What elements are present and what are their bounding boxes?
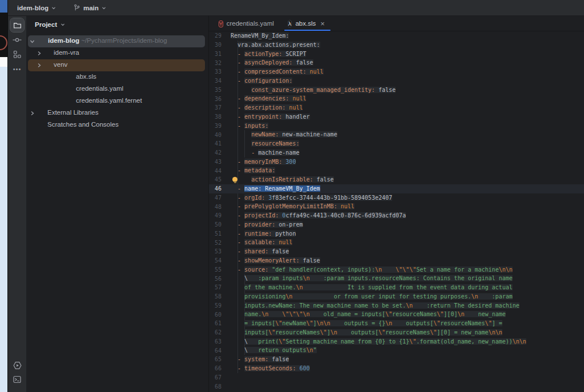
services-tool-button[interactable] [10,358,24,372]
line-number: 58 [209,293,231,300]
editor-line-38[interactable]: 38 - entrypoint: handler [209,112,584,122]
code-text: - compressedContent: null [231,67,324,76]
editor-line-30[interactable]: 30 vra.abx.actions.present: [209,41,584,50]
editor-line-43[interactable]: 43 - memoryInMB: 300 [209,157,584,167]
more-tools-button[interactable]: ••• [10,62,24,75]
structure-tool-button[interactable] [10,47,24,61]
editor-line-51[interactable]: 51 - runtime: python [209,229,584,239]
project-tool-button[interactable] [10,18,24,32]
folder-icon [13,21,22,30]
code-text: - memoryInMB: 300 [231,157,296,167]
chevron-right-icon[interactable] [35,50,43,57]
tab-label: credentials.yaml [227,20,274,27]
close-icon[interactable]: × [320,20,325,27]
activity-bar: ••• [8,16,26,392]
editor-line-37[interactable]: 37 - description: null [209,103,584,112]
line-number: 42 [209,149,231,156]
commit-icon [13,35,22,45]
line-number: 39 [209,123,231,129]
tree-item-scratches-and-consoles[interactable]: Scratches and Consoles [26,119,208,131]
editor-line-57[interactable]: 57 of the machine.\n It is supplied from… [209,283,584,292]
editor-line-45[interactable]: 45 actionIsRetriable: false [209,175,584,184]
editor-line-41[interactable]: 41 resourceNames: [209,139,584,148]
editor-line-29[interactable]: 29RenameVM_By_Idem: [209,31,584,41]
chevron-right-icon[interactable] [29,110,36,117]
editor-line-66[interactable]: 66 - timeoutSeconds: 600 [209,364,584,373]
tree-item-idem-vra[interactable]: idem-vra [26,47,208,59]
more-icon: ••• [13,63,22,74]
chevron-down-icon[interactable] [29,38,36,45]
editor-line-60[interactable]: 60 name.\n \"\"\"\n old_name = inputs[\"… [209,310,584,319]
editor-line-50[interactable]: 50 - provider: on-prem [209,220,584,229]
project-switcher[interactable]: idem-blog [14,3,59,13]
editor-line-64[interactable]: 64 \ return outputs\n" [209,346,584,355]
background-red-ring [0,35,7,50]
code-text: - source: "def handler(context, inputs):… [231,265,513,274]
editor-line-47[interactable]: 47 - orgId: 3f83efcc-3744-443b-91bb-5894… [209,193,584,203]
commit-tool-button[interactable] [10,33,24,47]
editor-line-32[interactable]: 32 - asyncDeployed: false [209,58,584,67]
vcs-branch-widget[interactable]: main [70,2,110,13]
editor-line-46[interactable]: 46 - name: RenameVM_By_Idem [209,184,584,193]
tree-item-label: credentials.yaml [76,85,123,92]
terminal-icon [13,375,22,384]
chevron-right-icon[interactable] [35,62,43,69]
editor-line-34[interactable]: 34 - configuration: [209,76,584,86]
code-text: \ :param inputs\n :param inputs.resource… [231,274,513,283]
line-number: 65 [209,356,231,362]
tab-label: abx.sls [295,20,316,27]
tab-credentials-yaml[interactable]: Y credentials.yaml [213,16,282,31]
terminal-tool-button[interactable] [10,373,24,386]
code-text: name.\n \"\"\"\n old_name = inputs[\"res… [231,310,506,319]
editor[interactable]: 29RenameVM_By_Idem:30 vra.abx.actions.pr… [209,31,584,392]
editor-line-67[interactable]: 67 [209,373,584,382]
code-text: \ print(\"Setting machine name from {0} … [231,337,526,346]
editor-line-53[interactable]: 53 - shared: false [209,247,584,256]
editor-line-48[interactable]: 48 - prePolyglotMemoryLimitInMB: null [209,202,584,211]
tree-item-credentials-yaml[interactable]: credentials.yaml [26,83,208,95]
project-panel-header[interactable]: Project [26,16,208,33]
code-text: - inputs: [231,122,268,131]
tab-abx-sls[interactable]: λ abx.sls × [282,16,333,31]
editor-line-49[interactable]: 49 - projectId: 0cffa49c-4413-40c0-876c-… [209,211,584,220]
structure-icon [13,50,22,59]
editor-line-65[interactable]: 65 - system: false [209,355,584,364]
code-text: - projectId: 0cffa49c-4413-40c0-876c-6d9… [231,211,406,220]
tree-item-credentials-yaml-fernet[interactable]: credentials.yaml.fernet [26,95,208,107]
code-text: - dependencies: null [231,94,306,103]
editor-line-44[interactable]: 44 - metadata: [209,166,584,175]
editor-line-56[interactable]: 56 \ :param inputs\n :param inputs.resou… [209,274,584,283]
project-panel-title: Project [35,21,57,28]
editor-line-61[interactable]: 61 = inputs[\"newName\"]\n\n outputs = {… [209,319,584,328]
intention-bulb-icon[interactable] [232,177,237,182]
line-number: 62 [209,329,231,336]
editor-line-59[interactable]: 59 inputs.newName: The new machine name … [209,301,584,310]
tree-item-abx-sls[interactable]: abx.sls [26,71,208,83]
line-number: 49 [209,212,231,219]
editor-line-35[interactable]: 35 const_azure-system_managed_identity: … [209,86,584,95]
tree-item-label: External Libraries [47,109,98,116]
tree-item-idem-blog[interactable]: idem-blog ~/PycharmProjects/idem-blog [26,35,208,47]
editor-line-40[interactable]: 40 newName: new-machine-name [209,130,584,139]
editor-line-68[interactable]: 68 [209,382,584,391]
editor-line-36[interactable]: 36 - dependencies: null [209,94,584,103]
editor-line-52[interactable]: 52 - scalable: null [209,238,584,247]
code-text: \ return outputs\n" [231,346,317,355]
editor-line-33[interactable]: 33 - compressedContent: null [209,67,584,76]
editor-line-62[interactable]: 62 inputs[\"resourceNames\"]\n outputs[\… [209,328,584,337]
code-text: = inputs[\"newName\"]\n\n outputs = {}\n… [231,319,502,328]
editor-line-42[interactable]: 42 - machine-name [209,148,584,157]
editor-line-54[interactable]: 54 - showMemoryAlert: false [209,256,584,265]
tree-item-external-libraries[interactable]: External Libraries [26,107,208,119]
editor-line-63[interactable]: 63 \ print(\"Setting machine name from {… [209,337,584,346]
code-text: - runtime: python [231,229,296,239]
line-number: 46 [209,185,231,192]
code-text: - asyncDeployed: false [231,58,313,67]
editor-line-39[interactable]: 39 - inputs: [209,122,584,131]
editor-line-31[interactable]: 31 - actionType: SCRIPT [209,50,584,59]
editor-line-55[interactable]: 55 - source: "def handler(context, input… [209,265,584,274]
code-text: - metadata: [231,166,275,175]
chevron-down-icon [61,22,65,27]
editor-line-58[interactable]: 58 provisioning\n or from user input for… [209,292,584,301]
tree-item-venv[interactable]: venv [26,59,208,71]
